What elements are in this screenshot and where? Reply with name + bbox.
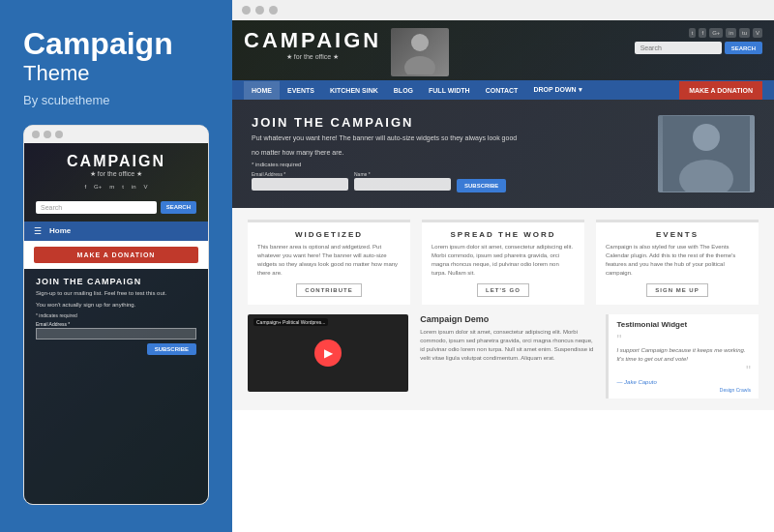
social-icon-in[interactable]: in bbox=[132, 184, 136, 190]
browser-dot-2 bbox=[255, 6, 264, 15]
header-right: t f G+ in tu V SEARCH bbox=[635, 28, 762, 54]
close-quote: " bbox=[616, 364, 751, 377]
hero-email-input[interactable] bbox=[252, 178, 348, 191]
theme-title: Campaign Theme By scubetheme bbox=[23, 27, 209, 125]
mobile-browser-dots bbox=[24, 126, 208, 143]
desktop-social-tu[interactable]: tu bbox=[739, 28, 750, 38]
browser-dot-3 bbox=[269, 6, 278, 15]
browser-dots bbox=[232, 0, 774, 20]
desktop-social-v[interactable]: V bbox=[753, 28, 762, 38]
site-title-area: CAMPAIGN ★ for the office ★ bbox=[244, 28, 381, 61]
hero-email-group: Email Address * bbox=[252, 171, 348, 191]
social-icon-v[interactable]: V bbox=[144, 184, 148, 190]
col-widgetized: WIDGETIZED This banner area is optional … bbox=[248, 220, 410, 305]
hero-name-group: Name * bbox=[354, 171, 451, 191]
mobile-preview: CAMPAIGN ★ for the office ★ f G+ m t in … bbox=[23, 125, 209, 505]
mobile-search-row: Search SEARCH bbox=[36, 201, 196, 214]
hero-person-image bbox=[658, 115, 755, 192]
svg-point-3 bbox=[693, 124, 720, 151]
sign-me-up-button[interactable]: SIGN ME UP bbox=[646, 283, 707, 297]
dot-1 bbox=[32, 131, 40, 138]
video-block[interactable]: Campaign+ Political Wordpres... ▶ bbox=[248, 314, 408, 392]
svg-point-0 bbox=[411, 34, 429, 51]
open-quote: " bbox=[616, 333, 751, 346]
mobile-join-section: JOIN THE CAMPAIGN Sign-up to our mailing… bbox=[24, 269, 208, 504]
social-icon-g[interactable]: G+ bbox=[94, 184, 102, 190]
col-spread-word: SPREAD THE WORD Lorem ipsum dolor sit am… bbox=[422, 220, 584, 305]
nav-events[interactable]: EVENTS bbox=[280, 81, 322, 100]
header-top: CAMPAIGN ★ for the office ★ t f G+ bbox=[244, 28, 762, 76]
mobile-email-input[interactable] bbox=[36, 328, 196, 340]
mobile-donate-button[interactable]: MAKE A DONATION bbox=[34, 247, 198, 263]
hero-form: Email Address * Name * SUBSCRIBE bbox=[252, 169, 639, 192]
left-panel: Campaign Theme By scubetheme CAMPAIGN ★ … bbox=[0, 0, 232, 532]
site-header: CAMPAIGN ★ for the office ★ t f G+ bbox=[232, 20, 774, 100]
desktop-browser: CAMPAIGN ★ for the office ★ t f G+ bbox=[232, 0, 774, 532]
nav-home[interactable]: HOME bbox=[244, 81, 280, 100]
right-panel: CAMPAIGN ★ for the office ★ t f G+ bbox=[232, 0, 774, 532]
desktop-social-t[interactable]: t bbox=[689, 28, 697, 38]
desktop-social-g[interactable]: G+ bbox=[709, 28, 723, 38]
bottom-section: Campaign+ Political Wordpres... ▶ Campai… bbox=[248, 314, 759, 399]
desktop-search-row: SEARCH bbox=[635, 42, 762, 54]
demo-block: Campaign Demo Lorem ipsum dolor sit amet… bbox=[420, 314, 594, 399]
mobile-search-button[interactable]: SEARCH bbox=[161, 201, 196, 214]
nav-donate-button[interactable]: MAKE A DONATION bbox=[679, 81, 762, 100]
col-events: EVENTS Campaign is also styled for use w… bbox=[596, 220, 759, 305]
social-icon-f[interactable]: f bbox=[84, 184, 86, 190]
lets-go-button[interactable]: LET'S GO bbox=[477, 283, 529, 297]
social-icon-t[interactable]: t bbox=[122, 184, 124, 190]
hero-name-input[interactable] bbox=[354, 178, 451, 191]
social-icon-m[interactable]: m bbox=[109, 184, 114, 190]
svg-point-1 bbox=[404, 56, 435, 74]
mobile-nav-bar: ☰ Home bbox=[24, 222, 208, 241]
mobile-search-input[interactable]: Search bbox=[36, 201, 157, 214]
three-columns: WIDGETIZED This banner area is optional … bbox=[248, 220, 759, 305]
play-button[interactable]: ▶ bbox=[314, 340, 342, 367]
design-credit: Design Crawls bbox=[616, 387, 751, 393]
hero-section: JOIN THE CAMPAIGN Put whatever you want … bbox=[232, 100, 774, 208]
hero-content: JOIN THE CAMPAIGN Put whatever you want … bbox=[252, 115, 639, 192]
hamburger-icon[interactable]: ☰ bbox=[34, 226, 42, 236]
nav-kitchen-sink[interactable]: KITCHEN SINK bbox=[322, 81, 386, 100]
nav-full-width[interactable]: FULL WIDTH bbox=[421, 81, 478, 100]
desktop-search-button[interactable]: SEARCH bbox=[725, 42, 762, 54]
video-label: Campaign+ Political Wordpres... bbox=[253, 318, 328, 326]
nav-contact[interactable]: CONTACT bbox=[478, 81, 526, 100]
desktop-social-icons: t f G+ in tu V bbox=[689, 28, 762, 38]
desktop-social-f[interactable]: f bbox=[699, 28, 706, 38]
mobile-subscribe-button[interactable]: SUBSCRIBE bbox=[147, 343, 196, 355]
mobile-nav-home[interactable]: Home bbox=[49, 226, 71, 235]
contribute-button[interactable]: CONTRIBUTE bbox=[296, 283, 361, 297]
desktop-search-input[interactable] bbox=[635, 42, 722, 54]
mobile-hero-section: CAMPAIGN ★ for the office ★ f G+ m t in … bbox=[24, 143, 208, 222]
dot-2 bbox=[44, 131, 51, 138]
mobile-social-icons: f G+ m t in V bbox=[36, 184, 196, 195]
desktop-social-in[interactable]: in bbox=[726, 28, 736, 38]
site-figure-image bbox=[391, 28, 449, 76]
content-area: WIDGETIZED This banner area is optional … bbox=[232, 208, 774, 410]
testimonial-block: Testimonial Widget " I support Campaign … bbox=[606, 314, 759, 399]
browser-dot-1 bbox=[242, 6, 251, 15]
hero-subscribe-button[interactable]: SUBSCRIBE bbox=[457, 179, 506, 192]
nav-blog[interactable]: BLOG bbox=[386, 81, 421, 100]
nav-dropdown[interactable]: DROP DOWN ▾ bbox=[525, 80, 589, 100]
nav-bar: HOME EVENTS KITCHEN SINK BLOG FULL WIDTH… bbox=[232, 80, 774, 100]
dot-3 bbox=[55, 131, 63, 138]
